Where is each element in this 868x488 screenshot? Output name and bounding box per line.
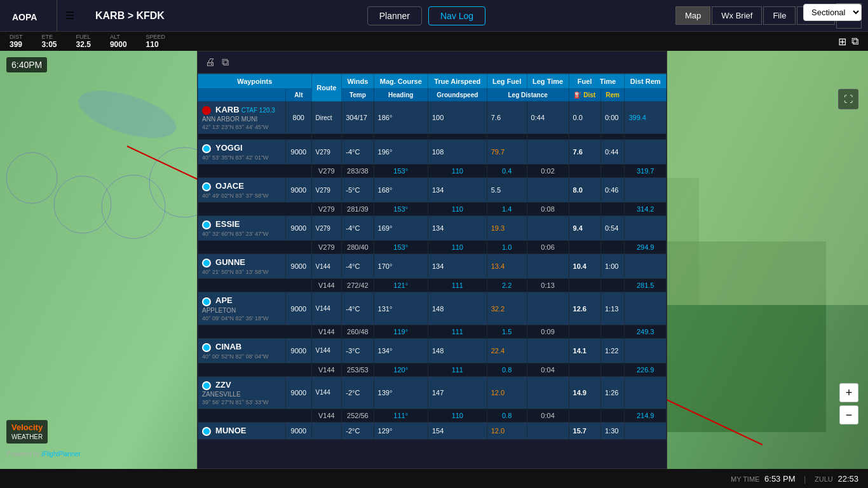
fuel-dist-bot xyxy=(569,325,600,338)
dist-rem-top xyxy=(625,376,667,409)
table-row: YOGGI 40° 53' 35"N 83° 42' 01"W 9000 V27… xyxy=(198,140,667,165)
bottom-status-bar: MY TIME 6:53 PM | ZULU 22:53 xyxy=(0,469,868,488)
table-row: ZZV ZANESVILLE 39° 56' 27"N 81° 53' 33"W… xyxy=(198,376,667,409)
fuel-dist-top: 14.1 xyxy=(569,338,600,363)
route-sub: V279 xyxy=(311,241,342,254)
waypoint-name-cell: KARB CTAF 120.3 ANN ARBOR MUNI 42° 13' 2… xyxy=(198,102,286,134)
dist-rem-bot: 314.2 xyxy=(625,203,667,216)
header-groundspeed: Groundspeed xyxy=(428,89,487,102)
fuel-dist-bot xyxy=(569,203,600,216)
header-fuel-col: ⛽ Dist xyxy=(569,89,600,102)
route-sub: V279 xyxy=(311,203,342,216)
tas-bot: 110 xyxy=(428,241,487,254)
file-button[interactable]: File xyxy=(763,6,796,25)
mag-course-bot: 153° xyxy=(374,241,428,254)
leg-fuel-bot: 1.0 xyxy=(487,241,527,254)
header-leg-time: Leg Time xyxy=(527,74,569,89)
copy-icon[interactable]: ⧉ xyxy=(222,57,229,68)
sectional-dropdown-container[interactable]: Sectional IFR Low IFR High World xyxy=(803,4,862,21)
route-cell: V144 xyxy=(311,254,342,279)
fuel-dist-top: 8.0 xyxy=(569,178,600,203)
waypoint-icon xyxy=(202,106,211,115)
mag-course-bot: 153° xyxy=(374,203,428,216)
altitude-cell: 9000 xyxy=(286,376,311,409)
map-toggle-icons: ⊞ ⧉ xyxy=(838,36,858,48)
waypoint-icon xyxy=(202,259,211,268)
navlog-button[interactable]: Nav Log xyxy=(428,6,485,25)
top-navigation-bar: AOPA ☰ KARB > KFDK Planner Nav Log Map W… xyxy=(0,0,868,32)
fullscreen-button[interactable]: ⛶ xyxy=(838,89,858,109)
stats-bar: DIST 399 ETE 3:05 FUEL 32.5 ALT 9000 SPE… xyxy=(0,32,868,51)
grid-icon[interactable]: ⊞ xyxy=(838,36,846,48)
fuel-dist-top: 7.6 xyxy=(569,140,600,165)
leg-fuel-bot: 0.4 xyxy=(487,165,527,178)
fuel-dist-bot xyxy=(569,363,600,376)
tas-top: 148 xyxy=(428,292,487,325)
wx-brief-button[interactable]: Wx Brief xyxy=(712,6,762,25)
waypoint-icon xyxy=(202,427,211,436)
leg-fuel-bot: 2.2 xyxy=(487,279,527,292)
waypoint-name-cell: ZZV ZANESVILLE 39° 56' 27"N 81° 53' 33"W xyxy=(198,376,286,409)
altitude-cell: 9000 xyxy=(286,254,311,279)
dist-rem-bot: 249.3 xyxy=(625,325,667,338)
winds-bot: 283/38 xyxy=(342,165,374,178)
waypoint-icon xyxy=(202,182,211,191)
time-display: MY TIME 6:53 PM | ZULU 22:53 xyxy=(731,474,858,484)
route-cell: V279 xyxy=(311,178,342,203)
zoom-out-button[interactable]: − xyxy=(839,405,858,424)
winds-top: -5°C xyxy=(342,178,374,203)
tas-bot: 110 xyxy=(428,165,487,178)
winds-bot: 281/39 xyxy=(342,203,374,216)
waypoint-name-cell: ESSIE 40° 32' 60"N 83° 23' 47"W xyxy=(198,216,286,241)
mag-course-top: 134° xyxy=(374,338,428,363)
table-row: OJACE 40° 49' 02"N 83° 37' 58"W 9000 V27… xyxy=(198,178,667,203)
leg-fuel-bot: 0.8 xyxy=(487,409,527,422)
layers-icon[interactable]: ⧉ xyxy=(851,36,858,48)
time-rem-bot xyxy=(600,325,624,338)
altitude-cell: 9000 xyxy=(286,178,311,203)
leg-time-bot: 0:09 xyxy=(527,325,569,338)
header-mag-course: Mag. Course xyxy=(374,74,428,89)
mag-course-top: 129° xyxy=(374,422,428,439)
mag-course-top: 131° xyxy=(374,292,428,325)
dist-rem-bot: 281.5 xyxy=(625,279,667,292)
table-row: V279 283/38 153° 110 0.4 0:02 319.7 xyxy=(198,165,667,178)
header-dist-rem-col xyxy=(625,89,667,102)
route-cell: V144 xyxy=(311,338,342,363)
table-row: V279 281/39 153° 110 1.4 0:08 314.2 xyxy=(198,203,667,216)
header-winds: Winds xyxy=(342,74,374,89)
fuel-dist-top: 0.0 xyxy=(569,102,600,134)
dist-rem-top xyxy=(625,178,667,203)
menu-icon[interactable]: ☰ xyxy=(57,10,83,22)
winds-top: -4°C xyxy=(342,140,374,165)
zoom-in-button[interactable]: + xyxy=(839,383,858,402)
winds-top: 304/17 xyxy=(342,102,374,134)
dist-rem-top xyxy=(625,338,667,363)
sectional-select[interactable]: Sectional IFR Low IFR High World xyxy=(803,4,862,21)
mag-course-top: 139° xyxy=(374,376,428,409)
leg-time-top: 0:44 xyxy=(527,102,569,134)
leg-time-top xyxy=(527,140,569,165)
tas-bot: 111 xyxy=(428,279,487,292)
tas-top: 147 xyxy=(428,376,487,409)
winds-top: -3°C xyxy=(342,338,374,363)
leg-fuel-top: 5.5 xyxy=(487,178,527,203)
dist-rem-top xyxy=(625,216,667,241)
center-buttons: Planner Nav Log xyxy=(177,6,675,25)
leg-time-top xyxy=(527,422,569,439)
mag-course-top: 186° xyxy=(374,102,428,134)
planner-button[interactable]: Planner xyxy=(367,6,422,25)
leg-time-bot: 0:13 xyxy=(527,279,569,292)
alt-stat: ALT 9000 xyxy=(110,34,127,49)
dist-rem-bot: 214.9 xyxy=(625,409,667,422)
print-icon[interactable]: 🖨 xyxy=(205,57,215,68)
header-heading: Heading xyxy=(374,89,428,102)
mag-course-bot: 121° xyxy=(374,279,428,292)
winds-top: -2°C xyxy=(342,422,374,439)
map-button[interactable]: Map xyxy=(675,6,710,25)
leg-fuel-top: 32.2 xyxy=(487,292,527,325)
winds-top: -2°C xyxy=(342,376,374,409)
time-rem-top: 1:30 xyxy=(600,422,624,439)
altitude-cell: 9000 xyxy=(286,422,311,439)
header-time-rem-col: Rem xyxy=(600,89,624,102)
